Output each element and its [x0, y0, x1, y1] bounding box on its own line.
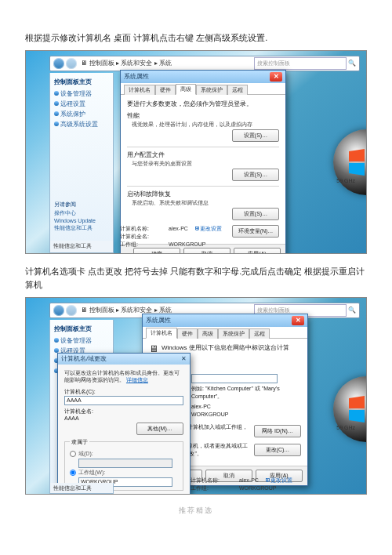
cancel-button[interactable]: 取消 [136, 494, 183, 495]
search-input[interactable]: 搜索控制面板 [254, 57, 347, 70]
apply-button[interactable]: 应用(A) [234, 248, 281, 254]
settings-button[interactable]: 设置(S)… [232, 169, 279, 181]
bullet-icon [54, 111, 59, 116]
change-button[interactable]: 更改(C)… [254, 444, 301, 456]
group-startup-header: 启动和故障恢复 [127, 190, 279, 198]
settings-button[interactable]: 设置(S)… [232, 129, 279, 142]
see-also-item[interactable]: Windows Update [54, 218, 109, 223]
bullet-icon [54, 338, 59, 343]
ok-button[interactable]: 确定 [133, 248, 180, 254]
radio-domain[interactable]: 域(D): [70, 450, 178, 458]
close-icon[interactable]: ✕ [292, 316, 304, 325]
see-also-item[interactable]: 性能信息和工具 [54, 224, 109, 232]
caption-2: 计算机名选项卡 点击更改 把符号去掉 只能有数字和字母.完成后点击确定 根据提示… [25, 265, 367, 292]
bullet-icon [54, 122, 59, 126]
cancel-button[interactable]: 取消 [183, 248, 230, 254]
group-perf-desc: 视觉效果，处理器计划，内存使用，以及虚拟内存 [132, 121, 279, 128]
windows-logo-icon [333, 376, 367, 442]
cpu-hz: 59 GHz [336, 425, 355, 430]
group-profile-header: 用户配置文件 [127, 151, 279, 159]
tab-remote[interactable]: 远程 [227, 85, 248, 95]
caption-1: 根据提示修改计算机名 桌面 计算机点击右键 左侧高级系统设置. [25, 31, 367, 45]
close-icon[interactable]: ✕ [181, 355, 187, 362]
group-perf-header: 性能 [127, 111, 279, 120]
search-icon[interactable]: 🔍 [348, 307, 356, 314]
close-icon[interactable]: ✕ [270, 72, 282, 82]
group-profile-desc: 与您登录有关的桌面设置 [132, 160, 279, 167]
bullet-icon [54, 91, 59, 96]
radio-workgroup[interactable]: 工作组(W): [70, 469, 178, 477]
tab-computer-name[interactable]: 计算机名 [146, 328, 177, 339]
tab-hardware[interactable]: 硬件 [155, 85, 176, 95]
netid-button[interactable]: 网络 ID(N)… [254, 425, 301, 437]
address-bar: 🖥 控制面板 ▸ 系统和安全 ▸ 系统 搜索控制面板 🔍 [49, 56, 360, 71]
see-also-item[interactable]: 操作中心 [54, 209, 109, 217]
adv-intro: 要进行大多数更改，您必须作为管理员登录。 [127, 100, 279, 108]
page-footer: 推荐精选 [25, 506, 367, 516]
sys-info-block: 计算机名称:alex-PC⛨更改设置 计算机全名: 工作组:WORKGROUP [120, 225, 222, 248]
env-button[interactable]: 环境变量(N)… [232, 225, 279, 238]
group-startup-desc: 系统启动、系统失败和调试信息 [132, 199, 279, 206]
sidepanel-header: 控制面板主页 [54, 78, 109, 86]
tab-advanced[interactable]: 高级 [176, 84, 196, 95]
search-icon[interactable]: 🔍 [348, 60, 356, 67]
screenshot-2: 🖥 控制面板 ▸ 系统和安全 ▸ 系统 搜索控制面板 🔍 控制面板主页 设备管理… [25, 297, 367, 495]
tab-computer-name[interactable]: 计算机名 [124, 85, 155, 95]
sidebar-item[interactable]: 系统保护 [54, 110, 109, 118]
change-name-dialog: 计算机名/域更改 ✕ 可以更改这台计算机的名称和成员身份。更改可能影响网络资源的… [57, 353, 191, 495]
back-icon[interactable] [53, 305, 64, 316]
domain-input[interactable] [78, 459, 172, 468]
cfull-value: AAAA [64, 415, 183, 421]
sidebar-item[interactable]: 远程设置 [54, 100, 109, 108]
tab-hardware[interactable]: 硬件 [177, 328, 198, 339]
tab-advanced[interactable]: 高级 [198, 328, 218, 339]
sidebar-item[interactable]: 高级系统设置 [54, 120, 109, 129]
tab-protection[interactable]: 系统保护 [196, 85, 227, 95]
tab-protection[interactable]: 系统保护 [218, 328, 249, 339]
ok-button[interactable]: 确定 [86, 494, 133, 495]
desc-input[interactable] [191, 374, 278, 383]
sidebar-item[interactable]: 设备管理器 [54, 336, 109, 345]
forward-icon[interactable] [66, 305, 77, 316]
cpu-hz: 59 GHz [336, 178, 355, 183]
change-settings-link[interactable]: ⛨更改设置 [194, 226, 222, 231]
tab-strip: 计算机名 硬件 高级 系统保护 远程 [143, 327, 307, 339]
dialog-title: 计算机名/域更改 [61, 354, 107, 363]
settings-button[interactable]: 设置(S)… [232, 208, 279, 220]
breadcrumb[interactable]: 控制面板 ▸ 系统和安全 ▸ 系统 [89, 59, 254, 67]
bottom-bar: 性能信息和工具 [49, 241, 114, 253]
cname-label: 计算机名(C): [64, 388, 183, 396]
cname-input[interactable] [64, 396, 183, 405]
desc-hint: 例如: "Kitchen Computer" 或 "Mary's Compute… [191, 385, 301, 401]
dialog-title: 系统属性 [124, 72, 149, 81]
sidebar-item[interactable]: 设备管理器 [54, 89, 109, 98]
side-panel: 控制面板主页 设备管理器 远程设置 系统保护 高级系统设置 另请参阅 操作中心 … [49, 73, 114, 248]
bottom-bar: 性能信息和工具 [49, 483, 114, 494]
sidepanel-header: 控制面板主页 [54, 325, 109, 333]
change-info: 可以更改这台计算机的名称和成员身份。更改可能影响网络资源的访问。 详细信息 [64, 369, 183, 383]
dialog-title: 系统属性 [146, 316, 171, 325]
see-also-header: 另请参阅 [54, 201, 109, 209]
forward-icon[interactable] [66, 58, 77, 69]
tab-strip: 计算机名 硬件 高级 系统保护 远程 [121, 83, 285, 95]
screenshot-1: 🖥 控制面板 ▸ 系统和安全 ▸ 系统 搜索控制面板 🔍 控制面板主页 设备管理… [25, 50, 367, 254]
change-settings-link[interactable]: ⛨更改设置 [265, 477, 292, 483]
more-info-link[interactable]: 详细信息 [126, 377, 148, 383]
sys-info-block: 计算机名称:alex-PC⛨更改设置 工作组:WORKGROUP [191, 477, 292, 492]
more-button[interactable]: 其他(M)… [136, 423, 183, 435]
back-icon[interactable] [53, 58, 64, 69]
tab-remote[interactable]: 远程 [249, 328, 270, 339]
windows-logo-icon [333, 129, 367, 195]
bullet-icon [54, 101, 59, 106]
